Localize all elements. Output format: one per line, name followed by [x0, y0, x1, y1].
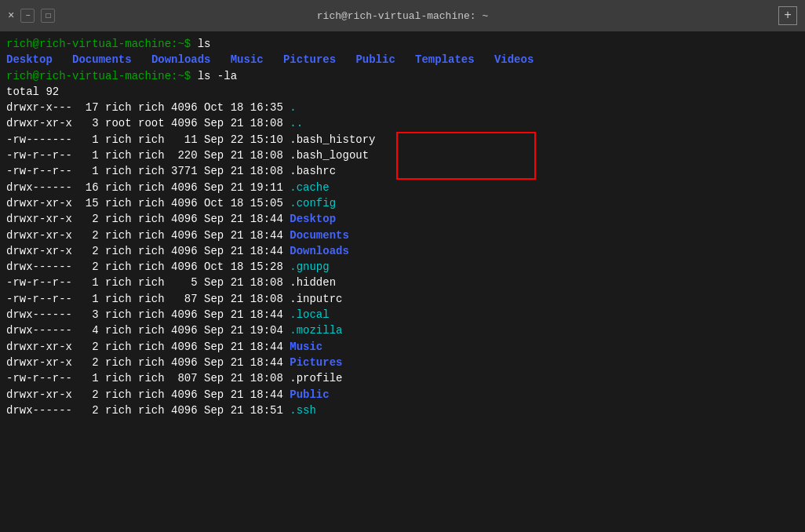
new-tab-button[interactable]: + [778, 6, 797, 25]
ls-output: Desktop Documents Downloads Music Pictur… [6, 52, 799, 67]
window-title: rich@rich-virtual-machine: ~ [317, 10, 488, 22]
titlebar: × − □ rich@rich-virtual-machine: ~ + [0, 0, 805, 31]
file-line: -rw-r--r-- 1 rich rich 87 Sep 21 18:08 .… [6, 291, 799, 307]
file-line: drwxr-xr-x 2 rich rich 4096 Sep 21 18:44… [6, 387, 799, 403]
file-line: drwx------ 2 rich rich 4096 Sep 21 18:51… [6, 403, 799, 418]
terminal-window: × − □ rich@rich-virtual-machine: ~ + ric… [0, 0, 805, 532]
file-line: drwx------ 2 rich rich 4096 Oct 18 15:28… [6, 259, 799, 275]
file-line: drwx------ 16 rich rich 4096 Sep 21 19:1… [6, 180, 799, 195]
file-line: drwxr-xr-x 2 rich rich 4096 Sep 21 18:44… [6, 211, 799, 227]
maximize-icon[interactable]: □ [41, 9, 55, 23]
file-line: drwxr-xr-x 2 rich rich 4096 Sep 21 18:44… [6, 228, 799, 243]
window-controls: × − □ [8, 9, 55, 23]
highlighted-file-line: -rw-r--r-- 1 rich rich 220 Sep 21 18:08 … [6, 148, 799, 163]
terminal-line: rich@rich-virtual-machine:~$ ls -la [6, 68, 799, 84]
highlighted-file-line: -rw-r--r-- 1 rich rich 3771 Sep 21 18:08… [6, 163, 799, 179]
minimize-icon[interactable]: − [20, 9, 35, 23]
file-line: drwxr-xr-x 15 rich rich 4096 Oct 18 15:0… [6, 195, 799, 211]
file-line: -rw-r--r-- 1 rich rich 5 Sep 21 18:08 .h… [6, 275, 799, 290]
file-line: drwxr-x--- 17 rich rich 4096 Oct 18 16:3… [6, 100, 799, 115]
file-line: drwxr-xr-x 3 root root 4096 Sep 21 18:08… [6, 115, 799, 131]
file-line: drwxr-xr-x 2 rich rich 4096 Sep 21 18:44… [6, 243, 799, 259]
file-line: drwx------ 4 rich rich 4096 Sep 21 19:04… [6, 322, 799, 338]
terminal-line: total 92 [6, 84, 799, 100]
file-line: drwxr-xr-x 2 rich rich 4096 Sep 21 18:44… [6, 355, 799, 370]
file-line: -rw-r--r-- 1 rich rich 807 Sep 21 18:08 … [6, 370, 799, 386]
terminal-content[interactable]: rich@rich-virtual-machine:~$ lsDesktop D… [0, 31, 805, 532]
terminal-line: rich@rich-virtual-machine:~$ ls [6, 36, 799, 52]
close-icon[interactable]: × [8, 9, 14, 22]
file-line: drwxr-xr-x 2 rich rich 4096 Sep 21 18:44… [6, 339, 799, 355]
file-line: drwx------ 3 rich rich 4096 Sep 21 18:44… [6, 307, 799, 322]
highlighted-file-line: -rw------- 1 rich rich 11 Sep 22 15:10 .… [6, 132, 799, 148]
